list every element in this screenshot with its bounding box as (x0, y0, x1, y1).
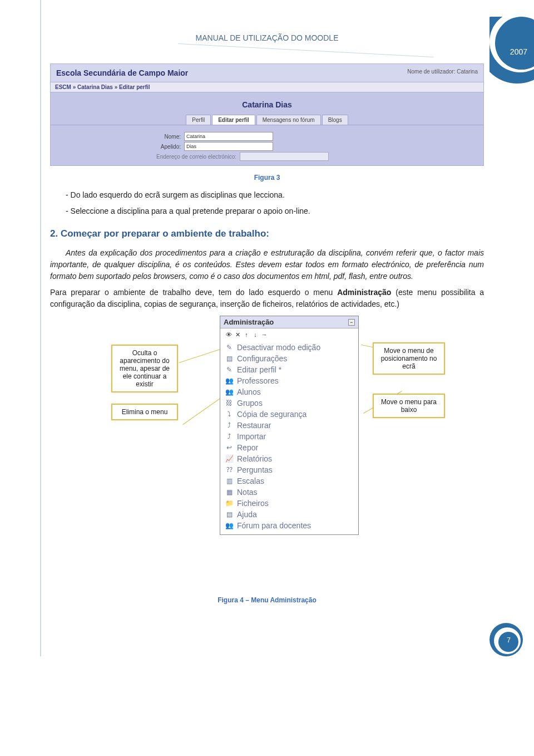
group-icon: ⛓ (225, 399, 234, 407)
admin-item-alunos[interactable]: 👥Alunos (225, 386, 354, 397)
school-name: Escola Secundária de Campo Maior (56, 68, 188, 77)
label-apelido: Apelido: (117, 144, 184, 150)
eye-icon[interactable]: 👁 (225, 331, 233, 338)
paragraph-4: Para preparar o ambiente de trabalho dev… (50, 287, 484, 310)
admin-block: Administração − 👁 ✕ ↑ ↓ → ✎Desactivar mo… (220, 316, 359, 535)
right-arrow-icon[interactable]: → (260, 331, 268, 338)
callout-hide: Oculta o aparecimento do menu, apesar de… (111, 345, 178, 392)
edit-icon: ✎ (225, 366, 234, 374)
label-nome: Nome: (117, 134, 184, 140)
paragraph-1: - Do lado esquerdo do ecrã surgem as dis… (50, 189, 484, 201)
admin-item-restaurar[interactable]: ⤴Restaurar (225, 420, 354, 431)
reset-icon: ↩ (225, 444, 234, 451)
admin-item-repor[interactable]: ↩Repor (225, 442, 354, 453)
page-number-badge: 7 (490, 623, 517, 651)
year-text: 2007 (510, 47, 527, 56)
backup-icon: ⤵ (225, 410, 234, 418)
chart-icon: 📈 (225, 455, 234, 463)
profile-name: Catarina Dias (51, 92, 483, 115)
year-badge: 2007 (490, 17, 534, 106)
folder-icon: 📁 (225, 499, 234, 507)
admin-item-backup[interactable]: ⤵Cópia de segurança (225, 409, 354, 420)
up-arrow-icon[interactable]: ↑ (243, 331, 250, 338)
tab-editar-perfil[interactable]: Editar perfil (212, 115, 255, 125)
paragraph-3: Antes da explicação dos procedimentos pa… (50, 247, 484, 282)
import-icon: ⤴ (225, 433, 234, 440)
collapse-icon[interactable]: − (348, 319, 355, 326)
x-icon[interactable]: ✕ (234, 331, 241, 338)
admin-item-forum[interactable]: 👥Fórum para docentes (225, 520, 354, 531)
page-number: 7 (507, 636, 511, 644)
admin-item-relatorios[interactable]: 📈Relatórios (225, 453, 354, 464)
settings-icon: ▤ (225, 355, 234, 362)
callout-move-down: Move o menu para baixo (373, 394, 445, 418)
input-email[interactable] (240, 152, 329, 161)
people-icon: 👥 (225, 377, 234, 385)
admin-item-notas[interactable]: ▦Notas (225, 487, 354, 498)
breadcrumb: ESCM » Catarina Dias » Editar perfil (51, 82, 483, 92)
admin-item-ficheiros[interactable]: 📁Ficheiros (225, 498, 354, 509)
grades-icon: ▦ (225, 488, 234, 496)
admin-item-importar[interactable]: ⤴Importar (225, 431, 354, 442)
admin-item-grupos[interactable]: ⛓Grupos (225, 397, 354, 409)
admin-item-desactivar[interactable]: ✎Desactivar modo edição (225, 342, 354, 353)
down-arrow-icon[interactable]: ↓ (251, 331, 259, 338)
logged-user-label: Nome de utilizador: Catarina (407, 68, 478, 77)
figure4-admin: Oculta o aparecimento do menu, apesar de… (50, 316, 484, 588)
edit-icon: ✎ (225, 343, 234, 351)
input-apelido[interactable] (184, 142, 273, 151)
restore-icon: ⤴ (225, 421, 234, 429)
screenshot-profile: Escola Secundária de Campo Maior Nome de… (50, 63, 484, 166)
figure3-caption: Figura 3 (50, 174, 484, 181)
callout-move-position: Move o menu de posicionamento no ecrã (373, 342, 445, 375)
admin-item-professores[interactable]: 👥Professores (225, 375, 354, 386)
input-nome[interactable] (184, 132, 273, 141)
scale-icon: ▥ (225, 477, 234, 485)
tab-blogs[interactable]: Blogs (322, 115, 348, 125)
admin-item-escalas[interactable]: ▥Escalas (225, 475, 354, 487)
figure4-caption: Figura 4 – Menu Administração (50, 596, 484, 604)
callout-delete: Elimina o menu (111, 404, 178, 420)
admin-item-perguntas[interactable]: ⁇Perguntas (225, 464, 354, 475)
help-icon: ▤ (225, 510, 234, 518)
admin-item-configuracoes[interactable]: ▤Configurações (225, 353, 354, 364)
page-title: MANUAL DE UTILIZAÇÃO DO MOODLE (0, 0, 534, 42)
admin-list: ✎Desactivar modo edição ▤Configurações ✎… (220, 341, 358, 534)
admin-block-title: Administração (224, 318, 274, 326)
paragraph-2: - Seleccione a disciplina para a qual pr… (50, 205, 484, 217)
forum-icon: 👥 (225, 522, 234, 529)
admin-item-editar-perfil[interactable]: ✎Editar perfil * (225, 364, 354, 375)
label-email: Endereço de correio electrónico: (117, 154, 240, 160)
tab-mensagens[interactable]: Mensagens no fórum (256, 115, 321, 125)
section-2-heading: 2. Começar por preparar o ambiente de tr… (50, 228, 484, 239)
admin-item-ajuda[interactable]: ▤Ajuda (225, 509, 354, 520)
admin-toolbar: 👁 ✕ ↑ ↓ → (220, 328, 358, 341)
page-margin-line (40, 0, 41, 656)
people-icon: 👥 (225, 388, 234, 396)
tabs-row: Perfil Editar perfil Mensagens no fórum … (51, 115, 483, 125)
tab-perfil[interactable]: Perfil (186, 115, 211, 125)
question-icon: ⁇ (225, 466, 234, 474)
